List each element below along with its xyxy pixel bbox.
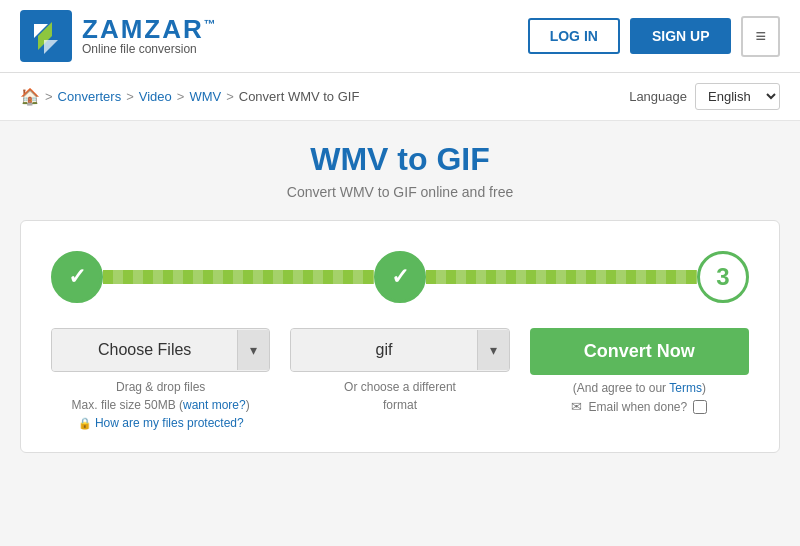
convert-col: Convert Now (And agree to our Terms) ✉ E… [530,328,749,414]
action-row: Choose Files ▾ Drag & drop files Max. fi… [51,328,749,432]
step-1-circle: ✓ [51,251,103,303]
choose-files-info: Drag & drop files Max. file size 50MB (w… [72,378,250,432]
logo-text: ZAMZAR™ Online file conversion [82,16,218,56]
format-button[interactable]: gif ▾ [290,328,509,372]
login-button[interactable]: LOG IN [528,18,620,54]
email-row: ✉ Email when done? [571,399,707,414]
lock-icon: 🔒 [78,417,92,429]
file-protection-link[interactable]: How are my files protected? [95,416,244,430]
home-icon[interactable]: 🏠 [20,87,40,106]
step-3-circle: 3 [697,251,749,303]
format-info: Or choose a different format [344,378,456,414]
format-main[interactable]: gif [291,329,476,371]
convert-button[interactable]: Convert Now [530,328,749,375]
signup-button[interactable]: SIGN UP [630,18,732,54]
choose-files-main[interactable]: Choose Files [52,329,237,371]
want-more-link[interactable]: want more? [183,398,246,412]
step-2-circle: ✓ [374,251,426,303]
format-dropdown-icon[interactable]: ▾ [477,330,509,370]
breadcrumb-wmv[interactable]: WMV [189,89,221,104]
step-line-2 [426,270,697,284]
step-line-1 [103,270,374,284]
format-col: gif ▾ Or choose a different format [290,328,509,414]
choose-files-col: Choose Files ▾ Drag & drop files Max. fi… [51,328,270,432]
choose-files-dropdown-icon[interactable]: ▾ [237,330,269,370]
email-icon: ✉ [571,399,582,414]
svg-marker-2 [44,40,58,54]
page-title: WMV to GIF [20,141,780,178]
converter-box: ✓ ✓ 3 Choose Files ▾ Drag & drop files M… [20,220,780,453]
logo-name: ZAMZAR™ [82,16,218,42]
convert-info: (And agree to our Terms) ✉ Email when do… [571,381,707,414]
language-area: Language English French German Spanish [629,83,780,110]
header: ZAMZAR™ Online file conversion LOG IN SI… [0,0,800,73]
header-buttons: LOG IN SIGN UP ≡ [528,16,780,57]
choose-files-button[interactable]: Choose Files ▾ [51,328,270,372]
language-select[interactable]: English French German Spanish [695,83,780,110]
page-subtitle: Convert WMV to GIF online and free [20,184,780,200]
zamzar-logo-icon [20,10,72,62]
breadcrumb-converters[interactable]: Converters [58,89,122,104]
breadcrumb-current: Convert WMV to GIF [239,89,360,104]
menu-button[interactable]: ≡ [741,16,780,57]
breadcrumb: 🏠 > Converters > Video > WMV > Convert W… [20,87,359,106]
steps-bar: ✓ ✓ 3 [51,251,749,303]
email-checkbox[interactable] [693,400,707,414]
logo-tagline: Online file conversion [82,42,218,56]
main-content: WMV to GIF Convert WMV to GIF online and… [0,121,800,473]
terms-link[interactable]: Terms [669,381,702,395]
breadcrumb-bar: 🏠 > Converters > Video > WMV > Convert W… [0,73,800,121]
language-label: Language [629,89,687,104]
breadcrumb-video[interactable]: Video [139,89,172,104]
logo-area: ZAMZAR™ Online file conversion [20,10,218,62]
